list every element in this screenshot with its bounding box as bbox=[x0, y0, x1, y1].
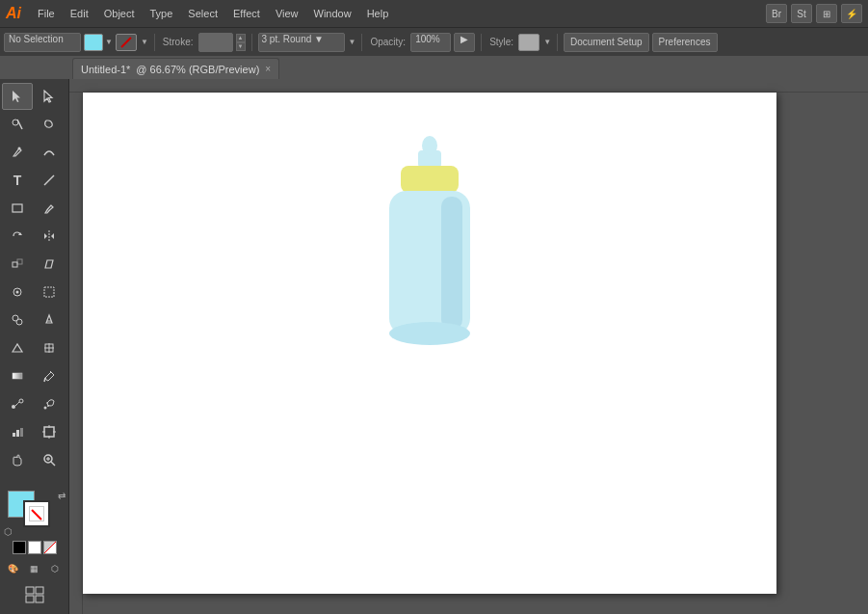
free-transform-btn[interactable] bbox=[34, 279, 65, 306]
svg-rect-41 bbox=[26, 587, 34, 594]
artboard-tool-btn[interactable] bbox=[34, 418, 65, 445]
svg-marker-1 bbox=[44, 91, 52, 102]
tool-row-12 bbox=[2, 390, 66, 417]
lasso-tool-btn[interactable] bbox=[34, 111, 65, 138]
svg-line-5 bbox=[44, 175, 54, 185]
tool-row-4: T bbox=[2, 167, 66, 194]
opacity-options-btn[interactable]: ▶ bbox=[454, 33, 475, 52]
stroke-down-btn[interactable]: ▼ bbox=[236, 42, 246, 51]
live-paint-btn[interactable] bbox=[34, 307, 65, 334]
canvas-area[interactable] bbox=[69, 79, 868, 614]
menu-window[interactable]: Window bbox=[307, 6, 358, 21]
blend-tool-btn[interactable] bbox=[2, 390, 33, 417]
svg-rect-22 bbox=[13, 373, 22, 379]
scale-tool-btn[interactable] bbox=[2, 251, 33, 278]
paintbrush-tool-btn[interactable] bbox=[34, 195, 65, 222]
gradient-tool-btn[interactable] bbox=[2, 362, 33, 389]
tool-row-9 bbox=[2, 307, 66, 334]
menu-select[interactable]: Select bbox=[181, 6, 224, 21]
svg-point-3 bbox=[13, 120, 18, 125]
menu-view[interactable]: View bbox=[269, 6, 305, 21]
svg-line-23 bbox=[44, 378, 45, 382]
opacity-label: Opacity: bbox=[368, 37, 408, 47]
brush-type-select[interactable]: 3 pt. Round ▼ bbox=[258, 33, 345, 52]
white-swatch[interactable] bbox=[28, 541, 41, 554]
rotate-tool-btn[interactable] bbox=[2, 223, 33, 250]
left-toolbar: T bbox=[0, 79, 69, 614]
rectangle-tool-btn[interactable] bbox=[2, 195, 33, 222]
graph-tool-btn[interactable] bbox=[2, 418, 33, 445]
stock-btn[interactable]: St bbox=[791, 4, 812, 23]
stroke-color-indicator[interactable] bbox=[116, 34, 137, 51]
tab-close-btn[interactable]: × bbox=[265, 64, 271, 74]
shape-builder-btn[interactable] bbox=[2, 307, 33, 334]
menu-bar: Ai File Edit Object Type Select Effect V… bbox=[0, 0, 868, 27]
svg-rect-48 bbox=[401, 166, 459, 193]
brush-options-arrow[interactable]: ▼ bbox=[349, 38, 356, 46]
line-tool-btn[interactable] bbox=[34, 167, 65, 194]
shear-tool-btn[interactable] bbox=[34, 251, 65, 278]
artboard-tile-btn[interactable] bbox=[13, 583, 56, 606]
mesh-tool-btn[interactable] bbox=[34, 334, 65, 361]
gradient-swatch-btn[interactable]: ▦ bbox=[25, 560, 44, 577]
svg-point-51 bbox=[389, 322, 470, 345]
selection-tool-btn[interactable] bbox=[2, 83, 33, 110]
document-setup-button[interactable]: Document Setup bbox=[564, 33, 649, 52]
style-label: Style: bbox=[487, 37, 515, 47]
color-mode-btn[interactable]: 🎨 bbox=[4, 560, 23, 577]
black-swatch[interactable] bbox=[13, 541, 26, 554]
perspective-tool-btn[interactable] bbox=[2, 334, 33, 361]
fill-dropdown-arrow[interactable]: ▼ bbox=[105, 38, 113, 46]
direct-selection-tool-btn[interactable] bbox=[34, 83, 65, 110]
svg-point-47 bbox=[422, 136, 437, 155]
style-dropdown-arrow[interactable]: ▼ bbox=[543, 38, 551, 46]
fill-color-swatch[interactable] bbox=[84, 34, 103, 51]
pen-tool-btn[interactable] bbox=[2, 139, 33, 166]
workspace-btn[interactable]: ⊞ bbox=[816, 4, 837, 23]
stroke-up-btn[interactable]: ▲ bbox=[236, 34, 246, 42]
menu-help[interactable]: Help bbox=[360, 6, 396, 21]
vertical-ruler bbox=[69, 93, 83, 614]
pattern-swatch-btn[interactable]: ⬡ bbox=[45, 560, 65, 577]
search-btn[interactable]: ⚡ bbox=[841, 4, 862, 23]
bridge-btn[interactable]: Br bbox=[766, 4, 787, 23]
svg-point-17 bbox=[16, 319, 22, 325]
stroke-label: Stroke: bbox=[161, 37, 196, 47]
none-swatch[interactable] bbox=[43, 541, 57, 554]
document-tab[interactable]: Untitled-1* @ 66.67% (RGB/Preview) × bbox=[72, 58, 279, 79]
style-color-swatch[interactable] bbox=[518, 34, 539, 51]
svg-rect-11 bbox=[13, 262, 17, 267]
default-colors-btn[interactable]: ⬡ bbox=[4, 526, 13, 537]
separator-3 bbox=[361, 34, 362, 51]
reflect-tool-btn[interactable] bbox=[34, 223, 65, 250]
opacity-input[interactable]: 100% bbox=[410, 33, 451, 52]
menu-type[interactable]: Type bbox=[144, 6, 180, 21]
fill-color-group: ▼ bbox=[84, 34, 113, 51]
hand-tool-btn[interactable] bbox=[2, 446, 33, 473]
tool-row-13 bbox=[2, 418, 66, 445]
tab-info: @ 66.67% (RGB/Preview) bbox=[136, 64, 259, 75]
menu-file[interactable]: File bbox=[31, 6, 62, 21]
tool-row-5 bbox=[2, 195, 66, 222]
menu-edit[interactable]: Edit bbox=[64, 6, 95, 21]
stroke-dropdown-arrow[interactable]: ▼ bbox=[141, 38, 148, 46]
curvature-tool-btn[interactable] bbox=[34, 139, 65, 166]
swap-colors-btn[interactable]: ⇄ bbox=[58, 491, 66, 501]
stroke-color-box[interactable] bbox=[23, 500, 50, 527]
document-canvas[interactable] bbox=[83, 93, 776, 594]
svg-rect-15 bbox=[44, 287, 54, 297]
symbol-spray-btn[interactable] bbox=[34, 390, 65, 417]
magic-wand-tool-btn[interactable] bbox=[2, 111, 33, 138]
preferences-button[interactable]: Preferences bbox=[652, 33, 718, 52]
tool-row-11 bbox=[2, 362, 66, 389]
zoom-tool-btn[interactable] bbox=[34, 446, 65, 473]
color-area: ⇄ ⬡ 🎨 ▦ ⬡ bbox=[2, 487, 66, 610]
eyedropper-tool-btn[interactable] bbox=[34, 362, 65, 389]
menubar-right: Br St ⊞ ⚡ bbox=[766, 4, 862, 23]
baby-bottle-illustration[interactable] bbox=[353, 131, 507, 391]
puppet-warp-btn[interactable] bbox=[2, 279, 33, 306]
type-tool-btn[interactable]: T bbox=[2, 167, 33, 194]
menu-effect[interactable]: Effect bbox=[226, 6, 267, 21]
menu-object[interactable]: Object bbox=[97, 6, 142, 21]
stroke-size-input[interactable] bbox=[198, 33, 233, 52]
